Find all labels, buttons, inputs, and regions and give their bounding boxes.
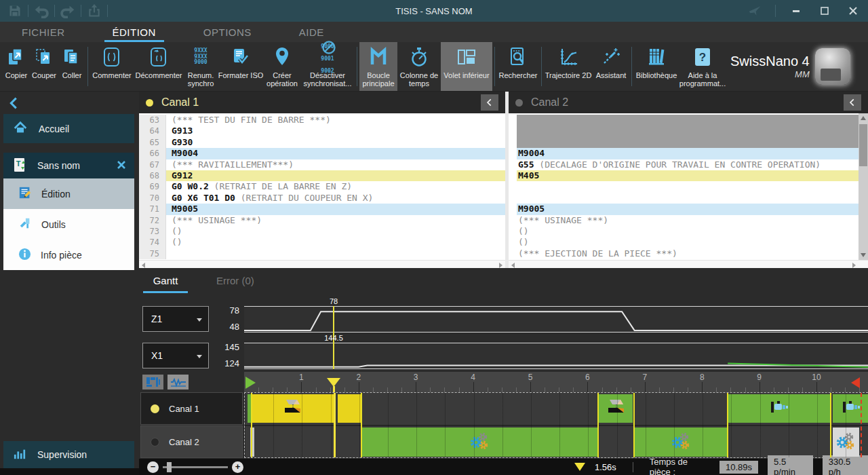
tab-gantt[interactable]: Gantt [143,272,188,293]
end-marker-icon[interactable] [851,377,860,388]
zoom-slider-track[interactable] [163,466,228,468]
gantt-bar[interactable] [634,428,728,457]
code-line[interactable]: () [509,226,868,237]
boucle-principale-button[interactable]: Boucle principale [359,42,397,91]
gantt-bar[interactable] [361,428,598,457]
export-icon[interactable] [86,3,102,19]
code-line[interactable] [509,181,868,192]
gantt-bar[interactable] [833,428,859,457]
sidebar-item-supervision[interactable]: Supervision [3,441,134,468]
maximize-button[interactable] [816,3,833,19]
code-area-canal-2[interactable]: M9004G55 (DECALAGE D'ORIGINE POUR TRAVAI… [509,113,868,268]
redo-icon[interactable] [60,3,76,19]
code-line[interactable]: 74() [139,237,505,248]
code-line[interactable]: 66M9004 [139,148,505,159]
close-document-icon[interactable] [117,160,126,172]
commenter-button[interactable]: Commenter [90,42,134,91]
vertical-scrollbar[interactable] [859,113,868,260]
code-line[interactable]: M9005 [509,204,868,214]
code-line[interactable]: M9004 [509,148,868,159]
volet-inferieur-button[interactable]: Volet inférieur [441,42,492,91]
menu-fichier[interactable]: FICHIER [14,22,73,42]
airplane-mode-icon[interactable] [747,3,763,19]
scroll-right-icon[interactable] [852,263,856,268]
gantt-view-button[interactable] [142,375,163,390]
scroll-up-icon[interactable] [861,116,866,120]
gantt-bar[interactable] [728,394,831,423]
rechercher-button[interactable]: Rechercher [497,42,539,91]
sidebar-item-accueil[interactable]: Accueil [3,114,134,143]
scroll-right-icon[interactable] [499,263,502,268]
gantt-bar[interactable] [598,394,633,423]
scrollbar-thumb[interactable] [859,124,867,166]
code-line[interactable]: 72(*** USINAGE ***) [139,215,505,226]
code-line[interactable]: 69G0 W0.2 (RETRAIT DE LA BARRE EN Z) [139,181,505,192]
assistant-button[interactable]: Assistant [593,42,629,91]
code-line[interactable]: 67(*** RAVITAILLEMENT***) [139,159,505,170]
decommenter-button[interactable]: Décommenter [134,42,184,91]
waveform-view-button[interactable] [167,375,189,390]
code-line[interactable]: 70G0 X6 T01 D0 (RETRAIT DU COUPEUR EN X) [139,193,505,204]
scroll-left-icon[interactable] [142,263,145,268]
axis-chart-z1[interactable] [244,306,868,332]
sidebar-document-tab[interactable]: T Sans nom [3,153,134,178]
code-line[interactable] [509,126,868,136]
axis-selector-z1[interactable]: Z1 [142,306,209,332]
code-line[interactable]: () [509,237,868,248]
menu-options[interactable]: OPTIONS [195,22,260,42]
code-line[interactable]: 73() [139,226,505,237]
desactiver-synchronisation-button[interactable]: 900090019002 Désactiver synchronisat... [300,42,355,91]
collapse-panel-button[interactable] [481,94,498,111]
axis-chart-x1[interactable] [244,343,868,369]
code-area-canal-1[interactable]: 63(*** TEST DU FIN DE BARRE ***)64G91365… [139,113,505,268]
trajectoire-2d-button[interactable]: Trajectoire 2D [544,42,593,91]
renum-synchro-button[interactable]: 9XXX9XXX9000 Renum. synchro [184,42,218,91]
zoom-out-button[interactable]: − [147,461,159,473]
sidebar-collapse-button[interactable] [7,94,24,112]
zoom-slider-handle[interactable] [167,462,172,472]
channel-label-canal-2[interactable]: Canal 2 [140,425,243,458]
code-line[interactable]: 75 [139,248,505,259]
bibliotheque-button[interactable]: Bibliothèque [634,42,679,91]
copier-button[interactable]: Copier [3,42,30,91]
code-line[interactable] [509,137,868,148]
code-line[interactable] [509,115,868,126]
horizontal-scrollbar[interactable] [139,260,505,268]
code-line[interactable]: 68G912 [139,170,505,181]
code-line[interactable]: 64G913 [139,126,505,136]
save-icon[interactable] [7,3,23,19]
code-line[interactable]: M405 [509,170,868,181]
code-line[interactable] [509,193,868,204]
close-button[interactable] [845,3,861,19]
scroll-left-icon[interactable] [511,263,515,268]
code-line[interactable]: (*** USINAGE ***) [509,215,868,226]
minimize-button[interactable] [788,3,804,19]
gantt-bar[interactable] [338,394,361,423]
aide-programmation-button[interactable]: ? Aide à la programmat... [679,42,726,91]
gantt-bar[interactable] [252,394,334,423]
tab-error[interactable]: Error (0) [210,272,261,293]
scroll-down-icon[interactable] [861,253,866,257]
menu-edition[interactable]: ÉDITION [104,22,164,42]
creer-operation-button[interactable]: Créer opération [264,42,300,91]
start-marker-icon[interactable] [245,377,256,389]
channel-label-canal-1[interactable]: Canal 1 [140,392,243,425]
sidebar-item-info-piece[interactable]: Info pièce [3,240,134,270]
sidebar-item-outils[interactable]: Outils [3,209,134,240]
sidebar-item-edition[interactable]: Édition [3,178,134,209]
collapse-panel-button[interactable] [844,94,861,111]
code-line[interactable]: 71M9005 [139,204,505,214]
gantt-bar[interactable] [833,394,868,423]
colonne-de-temps-button[interactable]: Colonne de temps [397,42,441,91]
code-line[interactable]: 65G930 [139,137,505,148]
axis-selector-x1[interactable]: X1 [142,343,209,368]
gantt-cursor-line[interactable] [334,393,336,457]
undo-icon[interactable] [33,3,50,19]
zoom-in-button[interactable]: + [232,461,243,473]
code-line[interactable]: 63(*** TEST DU FIN DE BARRE ***) [139,115,505,126]
coller-button[interactable]: Coller [58,42,85,91]
couper-button[interactable]: Couper [30,42,58,91]
horizontal-scrollbar[interactable] [509,260,868,268]
code-line[interactable]: (*** EJECTION DE LA PIECE ***) [509,248,868,259]
code-line[interactable]: G55 (DECALAGE D'ORIGINE POUR TRAVAIL EN … [509,159,868,170]
